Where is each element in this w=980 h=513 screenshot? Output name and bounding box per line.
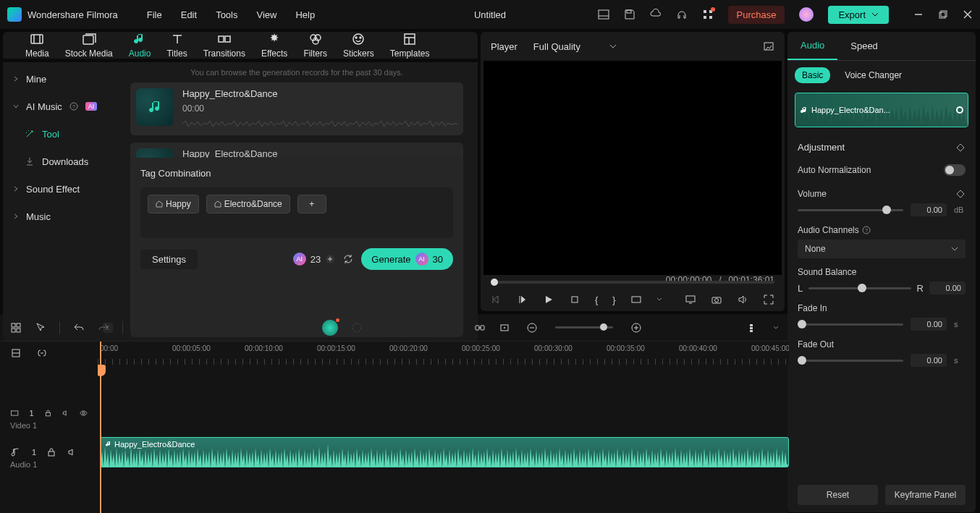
volume-value[interactable]: 0.00 (911, 203, 947, 216)
display-icon[interactable] (685, 294, 696, 305)
scrubber[interactable] (491, 281, 774, 284)
tab-audio[interactable]: Audio (121, 32, 159, 59)
tag-chip-happy[interactable]: Happy (148, 195, 199, 213)
sidebar-item-downloads[interactable]: Downloads (3, 148, 126, 175)
reset-button[interactable]: Reset (798, 485, 878, 505)
apps-icon[interactable] (702, 9, 714, 20)
visibility-icon[interactable] (80, 408, 88, 418)
ratio-icon[interactable] (630, 294, 642, 305)
maximize-button[interactable] (938, 9, 948, 20)
track-link-icon[interactable] (36, 347, 48, 359)
timeline-ruler[interactable]: 00:00 00:00:05:00 00:00:10:00 00:00:15:0… (98, 342, 789, 365)
menu-help[interactable]: Help (295, 9, 315, 20)
fadein-value[interactable]: 0.00 (911, 318, 947, 331)
track-lock-icon[interactable] (10, 347, 22, 359)
subtab-basic[interactable]: Basic (795, 67, 830, 83)
menu-tools[interactable]: Tools (216, 9, 237, 20)
volume-icon[interactable] (737, 294, 748, 305)
track-card[interactable]: Happy_Electro&Dance 00:00 (130, 82, 463, 135)
audio-track-header[interactable]: 1 Audio 1 (0, 433, 98, 472)
audio-track-lane[interactable]: Happy_Electro&Dance (98, 433, 789, 472)
snapshot-icon[interactable] (763, 41, 774, 52)
menu-view[interactable]: View (256, 9, 276, 20)
stop-icon[interactable] (569, 294, 580, 305)
generate-button[interactable]: GenerateAI30 (361, 248, 453, 270)
menu-file[interactable]: File (147, 9, 162, 20)
tab-transitions[interactable]: Transitions (195, 32, 253, 59)
grid-icon[interactable] (10, 322, 22, 334)
fadeout-slider[interactable] (798, 360, 903, 362)
pointer-icon[interactable] (35, 322, 46, 334)
view-options-icon[interactable] (748, 322, 760, 334)
tab-effects[interactable]: Effects (253, 32, 295, 59)
purchase-button[interactable]: Purchase (728, 6, 785, 24)
tab-stickers[interactable]: Stickers (335, 32, 382, 59)
settings-button[interactable]: Settings (140, 250, 198, 269)
prev-icon[interactable] (517, 294, 528, 305)
balance-value[interactable]: 0.00 (929, 281, 966, 294)
zoom-out-icon[interactable] (526, 322, 538, 334)
tab-audio-props[interactable]: Audio (787, 32, 837, 60)
volume-slider[interactable] (798, 209, 903, 211)
lock-icon[interactable] (46, 447, 56, 457)
undo-icon[interactable] (73, 322, 85, 334)
tab-media[interactable]: Media (17, 32, 57, 59)
color-icon[interactable] (351, 322, 363, 334)
sidebar-item-sound-effect[interactable]: Sound Effect (3, 175, 126, 203)
clip-preview[interactable]: Happy_Electro&Dan... (795, 93, 968, 127)
cloud-icon[interactable] (650, 9, 662, 20)
user-avatar[interactable] (799, 7, 814, 22)
video-track-header[interactable]: 1 Video 1 (0, 394, 98, 433)
sidebar-item-tool[interactable]: Tool (3, 120, 126, 148)
lock-icon[interactable] (44, 408, 52, 418)
fadeout-value[interactable]: 0.00 (911, 354, 947, 367)
add-credit-icon[interactable] (325, 254, 335, 264)
chevron-down-icon[interactable] (656, 297, 662, 302)
keyframe-panel-button[interactable]: Keyframe Panel (885, 485, 966, 505)
audio-clip[interactable]: Happy_Electro&Dance (100, 437, 789, 467)
clip-handle[interactable] (956, 106, 963, 114)
sidebar-item-ai-music[interactable]: AI Music?AI (3, 93, 126, 120)
subtab-voice-changer[interactable]: Voice Changer (837, 67, 909, 83)
playhead[interactable] (100, 342, 101, 513)
keyframe-icon[interactable] (955, 143, 966, 153)
tag-chip-electro[interactable]: Electro&Dance (206, 195, 290, 213)
mark-out-icon[interactable]: } (612, 294, 615, 305)
help-icon[interactable]: ? (862, 226, 871, 234)
headphones-icon[interactable] (676, 9, 688, 20)
tab-titles[interactable]: Titles (159, 32, 195, 59)
fadein-slider[interactable] (798, 323, 903, 326)
save-icon[interactable] (624, 9, 635, 20)
tab-stock[interactable]: Stock Media (57, 32, 121, 59)
balance-slider[interactable] (808, 287, 911, 289)
prev-frame-icon[interactable] (491, 294, 502, 305)
menu-edit[interactable]: Edit (181, 9, 197, 20)
video-track-lane[interactable] (98, 394, 789, 433)
tab-speed-props[interactable]: Speed (837, 32, 891, 60)
minimize-button[interactable] (913, 9, 924, 20)
auto-norm-toggle[interactable] (944, 164, 966, 176)
mute-icon[interactable] (67, 447, 77, 457)
sidebar-item-music[interactable]: Music (3, 203, 126, 230)
zoom-slider[interactable] (555, 326, 613, 328)
zoom-in-icon[interactable] (630, 322, 642, 334)
camera-icon[interactable] (711, 294, 722, 305)
channels-select[interactable]: None (798, 239, 966, 258)
chevron-down-icon[interactable] (773, 326, 779, 330)
mute-icon[interactable] (62, 408, 69, 418)
redo-icon[interactable] (98, 322, 109, 334)
frame-icon[interactable] (499, 322, 510, 334)
fullscreen-icon[interactable] (763, 294, 774, 305)
quality-dropdown[interactable]: Full Quality (528, 38, 622, 55)
tab-templates[interactable]: Templates (382, 32, 438, 59)
export-button[interactable]: Export (828, 6, 889, 24)
layout-icon[interactable] (598, 9, 609, 20)
sidebar-item-mine[interactable]: Mine (3, 65, 126, 93)
close-button[interactable] (963, 9, 973, 20)
mark-in-icon[interactable]: { (595, 294, 598, 305)
ai-assistant-icon[interactable] (322, 320, 338, 336)
tab-filters[interactable]: Filters (295, 32, 335, 59)
adjustment-header[interactable]: Adjustment (787, 135, 976, 160)
keyframe-icon[interactable] (955, 189, 966, 199)
add-tag-button[interactable]: + (297, 195, 326, 213)
